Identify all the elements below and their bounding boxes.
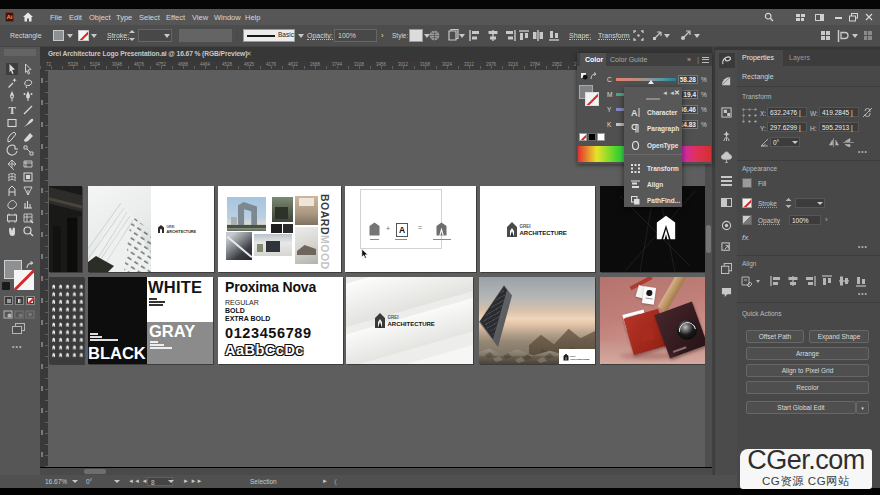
svg-text:GREI: GREI xyxy=(388,315,399,320)
svg-text:GREI: GREI xyxy=(167,225,175,229)
svg-text:A: A xyxy=(631,108,638,117)
svg-text:GREI: GREI xyxy=(570,354,576,356)
svg-text:GREI: GREI xyxy=(520,224,531,229)
svg-text:ARCHITECTURE: ARCHITECTURE xyxy=(570,358,590,361)
svg-text:T: T xyxy=(9,104,17,116)
svg-text:ARCHITECTURE: ARCHITECTURE xyxy=(167,230,197,234)
svg-text:ARCHITECTURE: ARCHITECTURE xyxy=(388,321,435,327)
svg-text:ARCHITECTURE: ARCHITECTURE xyxy=(520,230,567,236)
